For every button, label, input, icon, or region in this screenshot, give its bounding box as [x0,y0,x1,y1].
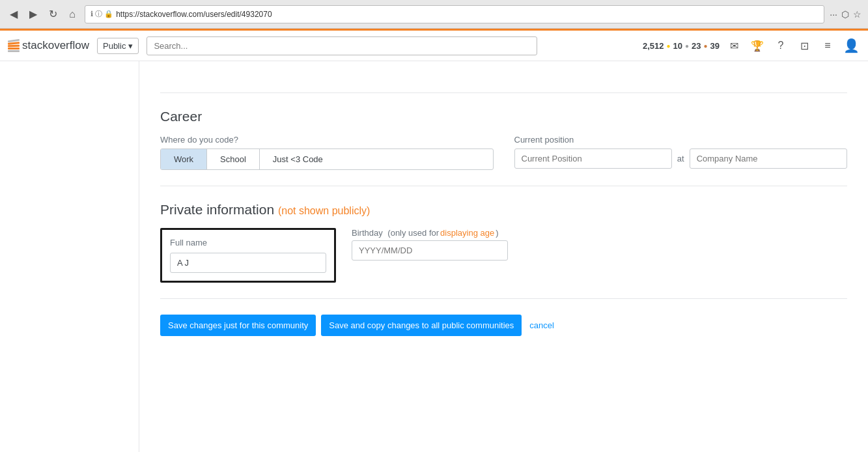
main-layout: Career Where do you code? Work School Ju… [0,61,868,452]
birthday-label-row: Birthday (only used for displaying age ) [352,228,847,238]
code-location-tabs: Work School Just <3 Code [160,148,494,170]
full-name-input[interactable] [170,253,326,273]
reputation-display: 2,512 ● 10 ● 23 ● 39 [643,41,720,51]
community-label: Public [103,41,126,51]
header-right: 2,512 ● 10 ● 23 ● 39 ✉ 🏆 ? ⊡ ≡ 👤 [643,36,860,55]
hamburger-icon[interactable]: ≡ [819,36,837,55]
save-buttons-row: Save changes just for this community Sav… [160,315,847,336]
address-bar[interactable]: ℹ ⓘ 🔒 https://stackoverflow.com/users/ed… [85,5,824,23]
rep-value: 2,512 [643,41,664,51]
where-code-label: Where do you code? [160,135,494,145]
more-button[interactable]: ··· [830,9,837,20]
private-title-note: (not shown publicly) [278,205,370,216]
pocket-icon[interactable]: ⬡ [841,9,849,20]
url-text: https://stackoverflow.com/users/edit/493… [116,10,819,19]
so-header: stackoverflow Public ▾ 2,512 ● 10 ● 23 ●… [0,29,868,61]
so-logo-icon [8,40,20,52]
browser-chrome: ◀ ▶ ↻ ⌂ ℹ ⓘ 🔒 https://stackoverflow.com/… [0,0,868,29]
career-right: Current position at [514,135,848,169]
private-fields-row: Full name Birthday (only used for displa… [160,228,847,283]
full-name-group: Full name [170,238,326,273]
position-row: at [514,148,848,169]
birthday-input[interactable] [352,240,508,261]
so-logo-text: stackoverflow [22,39,89,52]
review-icon[interactable]: ⊡ [795,36,813,55]
save-all-communities-button[interactable]: Save and copy changes to all public comm… [321,315,522,336]
silver-count: 23 [692,41,701,51]
birthday-note-end: ) [496,228,498,238]
back-button[interactable]: ◀ [7,7,21,21]
security-icons: ℹ ⓘ 🔒 [91,9,113,19]
bronze-count: 39 [710,41,720,51]
user-avatar[interactable]: 👤 [842,36,860,55]
private-title-text: Private information [160,202,274,217]
career-row: Where do you code? Work School Just <3 C… [160,135,847,170]
so-logo[interactable]: stackoverflow [8,39,89,52]
cancel-link[interactable]: cancel [527,315,557,336]
private-info-title: Private information (not shown publicly) [160,202,847,218]
company-name-input[interactable] [690,148,847,169]
birthday-note-orange: displaying age [440,228,494,238]
gold-badge: ● [666,42,670,49]
search-input[interactable] [147,36,537,55]
bookmark-star-icon[interactable]: ☆ [853,9,861,20]
silver-badge: ● [685,42,689,49]
current-position-label: Current position [514,135,848,145]
community-chevron: ▾ [128,41,133,51]
forward-button[interactable]: ▶ [26,7,40,21]
gold-count: 10 [673,41,682,51]
current-position-input[interactable] [514,148,672,169]
achievements-icon[interactable]: 🏆 [748,36,766,55]
inbox-icon[interactable]: ✉ [725,36,743,55]
birthday-label-text: Birthday [352,228,383,238]
career-title: Career [160,109,847,124]
tab-school[interactable]: School [207,149,260,169]
home-button[interactable]: ⌂ [65,7,79,21]
tab-work[interactable]: Work [161,149,207,169]
tab-just-code[interactable]: Just <3 Code [260,149,336,169]
birthday-note-start [384,228,387,238]
birthday-group: Birthday (only used for displaying age ) [352,228,847,261]
reload-button[interactable]: ↻ [46,7,60,21]
private-box: Full name [160,228,336,283]
mid-divider [160,186,847,186]
at-label: at [677,154,684,163]
help-icon[interactable]: ? [772,36,790,55]
full-name-label: Full name [170,238,326,247]
birthday-note-paren: (only used for [387,228,439,238]
content-area: Career Where do you code? Work School Ju… [139,61,868,452]
career-section: Career Where do you code? Work School Ju… [160,109,847,170]
career-left: Where do you code? Work School Just <3 C… [160,135,494,170]
browser-right-actions: ··· ⬡ ☆ [830,9,861,20]
top-divider [160,92,847,93]
community-selector[interactable]: Public ▾ [97,38,139,54]
bottom-divider [160,298,847,299]
bronze-badge: ● [703,42,707,49]
sidebar [0,61,139,452]
private-info-section: Private information (not shown publicly)… [160,202,847,283]
save-community-button[interactable]: Save changes just for this community [160,315,316,336]
